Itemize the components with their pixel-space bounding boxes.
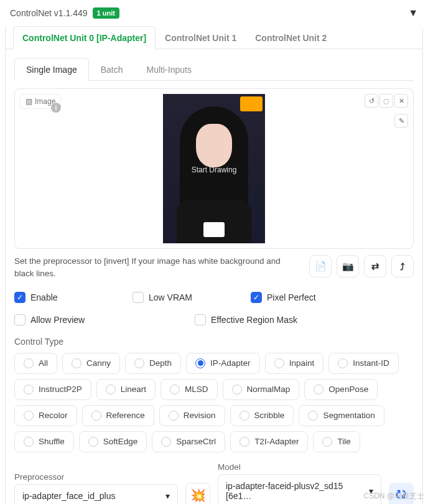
panel-title: ControlNet v1.1.449 bbox=[10, 8, 88, 18]
control-type-scribble[interactable]: Scribble bbox=[230, 405, 294, 426]
tab-unit-2[interactable]: ControlNet Unit 2 bbox=[246, 26, 336, 49]
watermark: CSDN @培根芝士 bbox=[363, 491, 424, 502]
tab-batch[interactable]: Batch bbox=[89, 58, 135, 81]
tab-single-image[interactable]: Single Image bbox=[14, 58, 89, 81]
radio-icon bbox=[161, 437, 171, 447]
control-type-shuffle[interactable]: Shuffle bbox=[14, 431, 74, 452]
control-type-tile[interactable]: Tile bbox=[313, 431, 360, 452]
preview-image: Start Drawing bbox=[163, 94, 265, 243]
preprocessor-label: Preprocessor bbox=[14, 472, 178, 482]
radio-icon bbox=[195, 358, 205, 368]
undo-icon[interactable]: ↺ bbox=[365, 94, 378, 108]
radio-icon bbox=[274, 358, 284, 368]
control-type-sparsectrl[interactable]: SparseCtrl bbox=[152, 431, 225, 452]
overlay-text: Start Drawing bbox=[163, 166, 265, 174]
doc-button[interactable]: 📄 bbox=[309, 255, 332, 278]
control-type-normalmap[interactable]: NormalMap bbox=[223, 379, 300, 400]
pixel-perfect-checkbox[interactable]: ✓Pixel Perfect bbox=[251, 292, 350, 303]
control-type-group: AllCannyDepthIP-AdapterInpaintInstant-ID… bbox=[14, 353, 414, 452]
control-type-inpaint[interactable]: Inpaint bbox=[265, 353, 324, 374]
low-vram-checkbox[interactable]: Low VRAM bbox=[133, 292, 232, 303]
erase-icon[interactable]: ◌ bbox=[379, 94, 393, 108]
control-type-label: Control Type bbox=[14, 337, 414, 347]
radio-icon bbox=[314, 385, 323, 394]
radio-icon bbox=[91, 411, 101, 421]
radio-icon bbox=[24, 411, 34, 421]
control-type-reference[interactable]: Reference bbox=[82, 405, 154, 426]
radio-icon bbox=[240, 437, 249, 447]
send-button[interactable]: ⤴ bbox=[391, 255, 414, 278]
model-label: Model bbox=[218, 462, 381, 472]
radio-icon bbox=[308, 411, 318, 421]
pencil-icon[interactable]: ✎ bbox=[394, 114, 408, 128]
radio-icon bbox=[88, 437, 98, 447]
tab-unit-1[interactable]: ControlNet Unit 1 bbox=[156, 26, 246, 49]
camera-button[interactable]: 📷 bbox=[337, 255, 359, 278]
control-type-canny[interactable]: Canny bbox=[62, 353, 120, 374]
control-type-revision[interactable]: Revision bbox=[159, 405, 225, 426]
control-type-recolor[interactable]: Recolor bbox=[14, 405, 77, 426]
control-type-openpose[interactable]: OpenPose bbox=[304, 379, 378, 400]
radio-icon bbox=[169, 411, 179, 421]
tab-unit-0[interactable]: ControlNet Unit 0 [IP-Adapter] bbox=[13, 26, 156, 49]
model-select[interactable]: ip-adapter-faceid-plusv2_sd15 [6e1… ▾ bbox=[218, 474, 381, 505]
radio-icon bbox=[24, 437, 34, 447]
control-type-ip-adapter[interactable]: IP-Adapter bbox=[186, 353, 260, 374]
enable-checkbox[interactable]: ✓Enable bbox=[14, 292, 114, 303]
radio-icon bbox=[338, 358, 348, 368]
radio-icon bbox=[72, 358, 81, 368]
main-tabs: ControlNet Unit 0 [IP-Adapter] ControlNe… bbox=[6, 26, 422, 49]
radio-icon bbox=[232, 385, 242, 394]
image-icon: ▧ bbox=[26, 97, 32, 106]
info-icon[interactable]: i bbox=[51, 103, 61, 113]
tab-multi-inputs[interactable]: Multi-Inputs bbox=[135, 58, 203, 81]
preprocessor-select[interactable]: ip-adapter_face_id_plus ▾ bbox=[14, 484, 178, 505]
control-type-segmentation[interactable]: Segmentation bbox=[299, 405, 384, 426]
radio-icon bbox=[24, 358, 34, 368]
explode-button[interactable]: 💥 bbox=[185, 483, 210, 505]
radio-icon bbox=[170, 385, 180, 394]
radio-icon bbox=[106, 385, 116, 394]
radio-icon bbox=[134, 358, 144, 368]
unit-badge: 1 unit bbox=[93, 7, 119, 19]
control-type-t2i-adapter[interactable]: T2I-Adapter bbox=[230, 431, 308, 452]
control-type-mlsd[interactable]: MLSD bbox=[160, 379, 218, 400]
control-type-lineart[interactable]: Lineart bbox=[96, 379, 156, 400]
radio-icon bbox=[24, 385, 34, 394]
control-type-instant-id[interactable]: Instant-ID bbox=[328, 353, 399, 374]
sub-tabs: Single Image Batch Multi-Inputs bbox=[14, 58, 414, 81]
control-type-all[interactable]: All bbox=[14, 353, 57, 374]
swap-button[interactable]: ⇄ bbox=[364, 255, 386, 278]
image-drop-area[interactable]: ▧ Image i ↺ ◌ ✕ ✎ Start Drawing bbox=[14, 88, 414, 249]
effective-region-checkbox[interactable]: Effective Region Mask bbox=[195, 314, 297, 325]
allow-preview-checkbox[interactable]: Allow Preview bbox=[14, 314, 176, 325]
hint-text: Set the preprocessor to [invert] If your… bbox=[14, 255, 302, 281]
radio-icon bbox=[240, 411, 249, 421]
radio-icon bbox=[322, 437, 332, 447]
control-type-softedge[interactable]: SoftEdge bbox=[79, 431, 147, 452]
collapse-icon[interactable]: ▼ bbox=[408, 7, 418, 19]
chevron-down-icon: ▾ bbox=[165, 491, 170, 501]
control-type-depth[interactable]: Depth bbox=[125, 353, 181, 374]
control-type-instructp2p[interactable]: InstructP2P bbox=[14, 379, 91, 400]
close-icon[interactable]: ✕ bbox=[394, 94, 408, 108]
